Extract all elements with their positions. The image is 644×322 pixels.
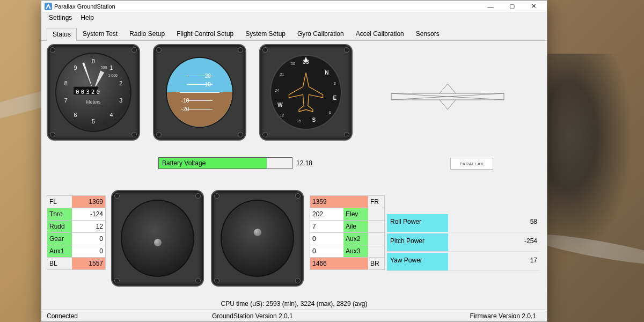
tab-accel-calibration[interactable]: Accel Calibration [350, 27, 410, 40]
svg-text:15: 15 [297, 119, 301, 123]
channel-aux2: . Aux2 0 [310, 232, 385, 245]
app-icon [45, 3, 52, 10]
alt-tick-8: 8 [64, 80, 68, 86]
close-button[interactable]: ✕ [523, 2, 544, 11]
window-title: Parallax GroundStation [54, 3, 480, 10]
tabbar: Status System Test Radio Setup Flight Co… [41, 23, 547, 41]
alt-tick-9: 9 [74, 64, 77, 71]
channel-aile: . Aile 7 [310, 220, 385, 233]
alt-tick-1: 1 [109, 64, 113, 71]
svg-text:Meters: Meters [86, 99, 101, 105]
svg-text:3: 3 [334, 81, 336, 86]
altimeter-gauge: 0 1 2 3 4 5 6 7 8 9 500 1 000 Meters [47, 44, 140, 141]
left-stick-gauge [111, 190, 204, 287]
tab-sensors[interactable]: Sensors [410, 27, 445, 40]
channel-thro: Thro -124 [47, 208, 106, 221]
roll-power-row: Roll Power 58 [387, 214, 539, 232]
channel-gear: Gear 0 [47, 232, 106, 245]
battery-label: Battery Voltage [162, 159, 206, 167]
svg-text:E: E [333, 95, 336, 101]
maximize-button[interactable]: ▢ [502, 2, 522, 11]
yaw-power-row: Yaw Power 17 [387, 253, 539, 271]
svg-text:24: 24 [275, 88, 279, 93]
right-stick-gauge [211, 190, 304, 287]
menu-help[interactable]: Help [77, 13, 97, 22]
tab-status[interactable]: Status [47, 28, 77, 41]
channel-br: BR 1466 [310, 257, 385, 270]
cpu-time-text: CPU time (uS): 2593 (min), 3224 (max), 2… [41, 300, 547, 308]
channel-fr: FR 1359 [310, 195, 385, 208]
svg-text:S: S [312, 117, 316, 123]
status-fw-version: Firmware Version 2.0.1 [470, 312, 536, 320]
channel-fl: FL 1369 [47, 195, 106, 208]
channel-elev: . Elev 202 [310, 208, 385, 221]
alt-tick-6: 6 [74, 112, 77, 118]
power-column: Roll Power 58 Pitch Power -254 Yaw Power… [387, 214, 539, 272]
battery-voltage-bar: Battery Voltage 12.18 [158, 157, 292, 169]
battery-value: 12.18 [296, 159, 312, 167]
parallax-logo: PARALLAX [450, 158, 493, 170]
channel-aux1: Aux1 0 [47, 245, 106, 258]
channel-bl: BL 1557 [47, 257, 106, 270]
tab-system-test[interactable]: System Test [77, 27, 123, 40]
minimize-button[interactable]: — [480, 2, 501, 11]
status-panel: 0 1 2 3 4 5 6 7 8 9 500 1 000 Meters [41, 41, 547, 321]
alt-tick-5: 5 [92, 118, 95, 125]
statusbar: Connected GroundStation Version 2.0.1 Fi… [41, 310, 547, 321]
svg-text:500: 500 [101, 65, 107, 69]
status-connected: Connected [47, 312, 78, 320]
alt-tick-7: 7 [64, 97, 68, 104]
channel-rudd: Rudd 12 [47, 220, 106, 233]
aircraft-wireframe [386, 78, 509, 116]
svg-text:N: N [325, 70, 328, 76]
menubar: Settings Help [41, 12, 547, 23]
alt-tick-0: 0 [92, 58, 95, 64]
right-channel-column: FR 1359 . Elev 202 . Aile 7 . Aux2 0 . A… [310, 195, 385, 269]
svg-text:12: 12 [280, 113, 284, 118]
svg-text:W: W [277, 102, 283, 108]
channel-aux3: . Aux3 0 [310, 245, 385, 258]
tab-gyro-calibration[interactable]: Gyro Calibration [291, 27, 350, 40]
app-window: Parallax GroundStation — ▢ ✕ Settings He… [41, 0, 547, 322]
titlebar: Parallax GroundStation — ▢ ✕ [41, 1, 547, 12]
svg-text:30: 30 [291, 61, 295, 66]
tab-flight-control-setup[interactable]: Flight Control Setup [171, 27, 239, 40]
svg-text:1 000: 1 000 [108, 74, 118, 77]
alt-tick-3: 3 [119, 97, 122, 104]
svg-text:21: 21 [280, 72, 284, 77]
alt-tick-4: 4 [109, 112, 113, 118]
status-gs-version: GroundStation Version 2.0.1 [212, 312, 293, 320]
svg-text:6: 6 [329, 110, 331, 115]
compass-gauge: 33 N E S W 30 3 6 15 12 24 21 [259, 44, 353, 141]
alt-tick-2: 2 [119, 80, 122, 86]
tab-radio-setup[interactable]: Radio Setup [123, 27, 171, 40]
pitch-power-row: Pitch Power -254 [387, 233, 539, 252]
attitude-gauge: 10 20 -10 -20 [153, 44, 246, 141]
menu-settings[interactable]: Settings [46, 13, 75, 22]
tab-system-setup[interactable]: System Setup [239, 27, 291, 40]
altimeter-counter: 00320 [76, 89, 101, 96]
left-channel-column: FL 1369 Thro -124 Rudd 12 Gear 0 Aux1 0 … [47, 195, 106, 269]
